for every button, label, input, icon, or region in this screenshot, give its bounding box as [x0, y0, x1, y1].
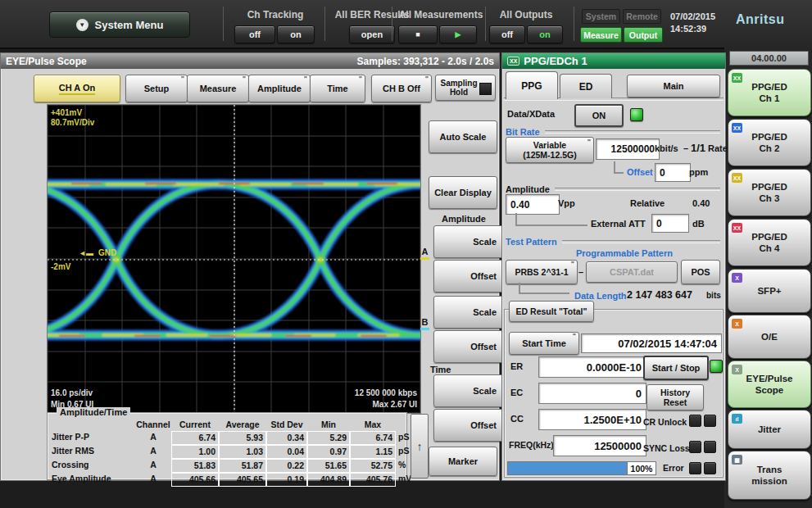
error-led-2	[704, 462, 716, 474]
time-button[interactable]: Time	[310, 75, 365, 102]
tab-ed[interactable]: ED	[560, 74, 612, 98]
sidebar-label: PPG/ED	[751, 81, 787, 93]
external-att-label: External ATT	[591, 219, 646, 229]
auto-scale-button[interactable]: Auto Scale	[429, 120, 497, 153]
variable-range-label: (125M-12.5G)	[523, 150, 576, 160]
col-header-average: Average	[219, 419, 266, 431]
bitrate-variable-button[interactable]: Variable (125M-12.5G)	[506, 137, 594, 163]
value-cell: 1.00	[171, 445, 219, 459]
ch-a-on-button[interactable]: CH A On	[34, 75, 120, 102]
sidebar-item-ppg-ed-ch4[interactable]: XX PPG/ED Ch 4	[728, 219, 811, 266]
variable-label: Variable	[533, 140, 566, 150]
value-cell: 0.97	[307, 445, 350, 459]
sampling-hold-button[interactable]: Sampling Hold	[435, 75, 496, 101]
setup-button[interactable]: Setup	[125, 75, 188, 102]
time-scale-button[interactable]: Scale	[433, 374, 504, 407]
all-outputs-off-button[interactable]: off	[489, 25, 525, 43]
sidebar-label: EYE/Pulse	[746, 373, 793, 384]
cspat-file-button[interactable]: CSPAT.dat	[586, 261, 678, 283]
sidebar-item-jitter[interactable]: ıl Jitter	[728, 410, 811, 449]
amplitude-scale-b-button[interactable]: Scale	[433, 296, 504, 329]
cc-label: CC	[510, 414, 524, 424]
er-value-field: 0.0000E-10	[538, 356, 646, 378]
data-xdata-label: Data/XData	[507, 109, 555, 119]
sidebar-label: PPG/ED	[751, 181, 787, 193]
error-led-1	[689, 462, 701, 474]
measure-button[interactable]: Measure	[187, 75, 249, 102]
ch4-badge-icon: XX	[732, 223, 742, 233]
start-time-button[interactable]: Start Time	[509, 332, 579, 355]
time-offset-button[interactable]: Offset	[433, 409, 504, 442]
ch-b-off-button[interactable]: CH B Off	[371, 75, 432, 102]
data-length-label: Data Length	[574, 291, 627, 301]
sidebar-item-ppg-ed-ch2[interactable]: XX PPG/ED Ch 2	[728, 119, 811, 166]
amplitude-section-header: Amplitude	[506, 184, 720, 194]
channel-b-label: B	[422, 317, 429, 327]
er-label: ER	[510, 361, 523, 371]
marker-button[interactable]: Marker	[429, 447, 497, 476]
row-name: Jitter P-P	[52, 431, 135, 445]
data-length-value: 2 147 483 647	[627, 289, 692, 301]
test-pattern-section-header: Test Pattern	[506, 237, 720, 247]
amplitude-value-field[interactable]: 0.40	[506, 194, 560, 215]
ed-result-total-button[interactable]: ED Result "Total"	[509, 301, 594, 322]
external-att-field[interactable]: 0	[651, 214, 689, 233]
tab-ppg[interactable]: PPG	[506, 71, 558, 99]
pos-button[interactable]: POS	[681, 260, 720, 284]
amplitude-scale-a-button[interactable]: Scale	[433, 225, 504, 258]
ch-tracking-on-button[interactable]: on	[277, 25, 315, 43]
sidebar-item-ppg-ed-ch1[interactable]: XX PPG/ED Ch 1	[728, 69, 811, 116]
amplitude-offset-b-button[interactable]: Offset	[433, 330, 504, 363]
value-cell: 51.87	[219, 459, 266, 473]
ch-tracking-off-button[interactable]: off	[234, 25, 275, 43]
all-measurements-start-button[interactable]: ▶	[439, 25, 477, 43]
eye-scope-badge-icon: X	[732, 365, 742, 374]
channel-a-marker: A	[420, 247, 429, 260]
history-reset-button[interactable]: History Reset	[646, 384, 704, 410]
col-header-stddev: Std Dev	[266, 419, 307, 431]
start-stop-button[interactable]: Start / Stop	[643, 356, 709, 380]
amplitude-offset-a-button[interactable]: Offset	[433, 260, 504, 293]
cr-unlock-label: CR Unlock	[643, 417, 687, 427]
amplitude-button[interactable]: Amplitude	[248, 75, 311, 102]
amplitude-unit-label: Vpp	[558, 198, 575, 208]
all-measurements-stop-button[interactable]: ■	[398, 25, 438, 43]
bitrate-ratio-value: 1/1	[691, 142, 705, 154]
main-button[interactable]: Main	[627, 75, 720, 98]
start-stop-led	[710, 360, 723, 373]
data-xdata-on-button[interactable]: ON	[574, 104, 624, 127]
all-outputs-on-button[interactable]: on	[527, 25, 563, 43]
jitter-badge-icon: ıl	[732, 414, 742, 424]
divider	[574, 7, 574, 41]
samples-status: Samples: 393,312 - 2.0s / 2.0s	[357, 56, 494, 67]
sidebar-item-sfp[interactable]: X SFP+	[728, 269, 811, 313]
value-cell: 5.29	[307, 431, 350, 445]
prbs-pattern-button[interactable]: PRBS 2^31-1	[506, 260, 578, 284]
sidebar-item-eye-pulse-scope[interactable]: X EYE/Pulse Scope	[728, 361, 811, 408]
row-name: Eye Amplitude	[52, 473, 135, 487]
cc-value-field: 1.2500E+10	[538, 409, 646, 430]
app-window: ▼ System Menu Ch Tracking off on All BER…	[0, 0, 812, 508]
freq-value-field: 12500000	[553, 435, 646, 456]
freq-label: FREQ(kHz)	[509, 440, 554, 450]
all-ber-open-button[interactable]: open	[349, 25, 395, 43]
date-display: 07/02/2015	[670, 11, 715, 21]
eye-diagram-display[interactable]: +401mV 80.7mV/Div ◄▬ GND -2mV 16.0 ps/di…	[47, 104, 421, 414]
sidebar-label: Scope	[755, 384, 784, 396]
att-connector	[515, 213, 587, 226]
clear-display-button[interactable]: Clear Display	[429, 176, 497, 209]
bitrate-offset-field[interactable]: 0	[655, 163, 691, 182]
ppg-ed-panel: XX PPG/EDCh 1 PPG ED Main Data/XData ON …	[501, 52, 726, 481]
sidebar-label: Ch 1	[760, 93, 780, 104]
data-length-connector	[519, 283, 569, 294]
row-channel: A	[135, 459, 171, 473]
sfp-badge-icon: X	[732, 273, 742, 283]
bitrate-value-field[interactable]: 12500000	[596, 138, 660, 160]
system-menu-button[interactable]: ▼ System Menu	[49, 11, 190, 38]
sidebar-item-oe[interactable]: X O/E	[728, 315, 811, 359]
sidebar-item-transmission[interactable]: ▦ Trans mission	[728, 451, 811, 500]
sidebar-item-ppg-ed-ch3[interactable]: XX PPG/ED Ch 3	[728, 169, 811, 216]
table-scroll-up-button[interactable]: ↑	[411, 414, 429, 479]
row-channel: A	[135, 445, 171, 459]
scope-title-bar: EYE/Pulse Scope Samples: 393,312 - 2.0s …	[1, 53, 499, 69]
